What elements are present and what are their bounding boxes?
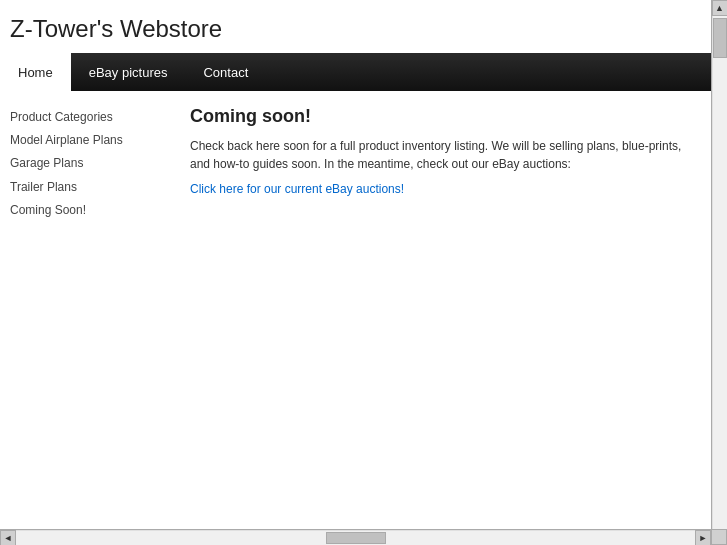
- nav-item-ebay-pictures[interactable]: eBay pictures: [71, 53, 186, 91]
- scroll-thumb-vertical[interactable]: [713, 18, 727, 58]
- page-heading: Coming soon!: [190, 106, 691, 127]
- page-body-text: Check back here soon for a full product …: [190, 137, 691, 173]
- scroll-left-button[interactable]: ◄: [0, 530, 16, 546]
- nav-item-contact[interactable]: Contact: [185, 53, 266, 91]
- scroll-up-button[interactable]: ▲: [712, 0, 728, 16]
- scroll-thumb-horizontal[interactable]: [326, 532, 386, 544]
- sidebar-item-trailer-plans[interactable]: Trailer Plans: [10, 176, 180, 199]
- scrollbar-bottom: ◄ ►: [0, 529, 711, 545]
- scrollbar-right: ▲ ▼: [711, 0, 727, 545]
- scroll-track-horizontal: [16, 531, 695, 545]
- scroll-right-button[interactable]: ►: [695, 530, 711, 546]
- content-area: Product Categories Model Airplane Plans …: [0, 91, 711, 237]
- page-wrapper: Z-Tower's Webstore Home eBay pictures Co…: [0, 0, 727, 545]
- scroll-track-vertical: [713, 16, 727, 529]
- site-title: Z-Tower's Webstore: [0, 0, 711, 53]
- sidebar-item-model-airplane-plans[interactable]: Model Airplane Plans: [10, 129, 180, 152]
- page-content: Coming soon! Check back here soon for a …: [180, 106, 701, 222]
- nav-item-home[interactable]: Home: [0, 53, 71, 91]
- sidebar-item-garage-plans[interactable]: Garage Plans: [10, 152, 180, 175]
- scrollbar-corner: [711, 529, 727, 545]
- sidebar: Product Categories Model Airplane Plans …: [10, 106, 180, 222]
- sidebar-item-product-categories[interactable]: Product Categories: [10, 106, 180, 129]
- main-content: Z-Tower's Webstore Home eBay pictures Co…: [0, 0, 711, 529]
- ebay-auctions-link[interactable]: Click here for our current eBay auctions…: [190, 182, 404, 196]
- navbar: Home eBay pictures Contact: [0, 53, 711, 91]
- sidebar-item-coming-soon[interactable]: Coming Soon!: [10, 199, 180, 222]
